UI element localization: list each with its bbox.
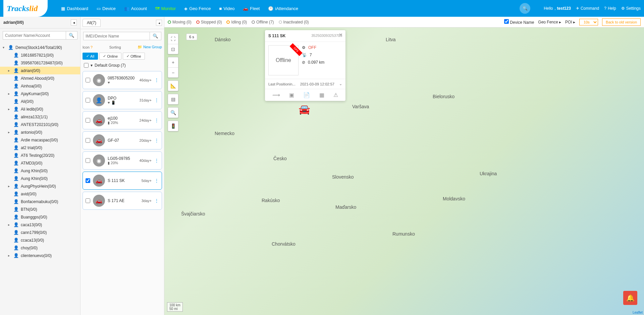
tree-node[interactable]: 👤choy(0/0) [0,244,80,252]
tree-node[interactable]: 👤AT6 Testing(20/20) [0,151,80,159]
geofence-dropdown[interactable]: Geo Fence ▸ [538,20,561,24]
device-menu-button[interactable]: ⋮ [154,198,159,203]
status-idling[interactable]: Idling (0) [226,20,247,24]
tree-node[interactable]: ▸👤AjayKumar(0/0) [0,90,80,98]
device-menu-button[interactable]: ⋮ [154,158,159,163]
popup-close-button[interactable]: ✕ [339,32,343,38]
back-old-version-button[interactable]: Back to old version [602,18,641,26]
group-row[interactable]: ▾ Default Group (7) [80,61,164,70]
tree-node[interactable]: ▸👤adrian(0/0) [0,67,80,74]
device-search-button[interactable]: 🔍 [150,32,161,40]
nav-attendance[interactable]: 🕐iAttendance [268,6,298,11]
popup-fence-button[interactable]: ▦ [319,92,324,98]
nav-account[interactable]: 👥Account [124,6,147,11]
tree-node[interactable]: 👤ANTEST202101(0/0) [0,121,80,128]
device-menu-button[interactable]: ⋮ [154,138,159,143]
tree-node[interactable]: 👤alireza132(1/1) [0,113,80,121]
tree-node[interactable]: ▸👤antonio(0/0) [0,128,80,136]
device-item[interactable]: 🚗 S 171 AE 3day+ ⋮ [83,192,162,210]
tree-node[interactable]: 👤ccaca13(0/0) [0,236,80,244]
nav-geofence[interactable]: ◈Geo Fence [184,6,211,11]
device-checkbox[interactable] [86,198,90,203]
device-checkbox[interactable] [86,158,90,163]
device-checkbox[interactable] [86,178,90,183]
logo[interactable]: Trackslid [3,0,48,17]
device-item[interactable]: 👤 DPO♥ 📱 31day+ ⋮ [83,91,162,109]
popup-position-row[interactable]: Last Positionin... 2021-03-09 12:02:57 ⌄ [265,79,345,89]
popup-route-button[interactable]: ⟿ [272,92,280,98]
customer-search-button[interactable]: 🔍 [66,31,77,40]
filter-offline[interactable]: ✓ Offline [123,53,145,60]
zoom-in-button[interactable]: + [168,57,178,67]
tree-node[interactable]: 👤ATMD3(0/0) [0,159,80,167]
device-item[interactable]: 🚗 GF-07 20day+ ⋮ [83,131,162,149]
tree-node[interactable]: 👤Ali(0/0) [0,98,80,105]
status-moving[interactable]: Moving (0) [168,20,192,24]
device-item[interactable]: ◉ 085763605200♥ 46day+ ⋮ [83,71,162,89]
search-map-button[interactable]: 🔍 [168,108,178,118]
popup-report-button[interactable]: 📄 [303,92,310,98]
tree-node[interactable]: 👤cann1799(0/0) [0,229,80,236]
tree-node[interactable]: ▸👤clientenuevo(0/0) [0,252,80,259]
measure-button[interactable]: 📐 [168,81,178,91]
tree-node[interactable]: 👤avid(0/0) [0,190,80,198]
zoom-out-button[interactable]: − [168,67,178,77]
device-checkbox[interactable] [86,98,90,103]
popup-alert-button[interactable]: ⚠ [333,92,338,98]
fullscreen-button[interactable]: ⛶ [168,34,178,44]
command-link[interactable]: ✈Command [576,6,599,11]
device-checkbox[interactable] [86,78,90,82]
nav-device[interactable]: ▭Device [97,6,116,11]
settings-link[interactable]: ⚙Settings [621,6,641,11]
refresh-select[interactable]: 10s [579,19,598,25]
tree-node[interactable]: 👤Aung Khin(0/0) [0,175,80,182]
device-search-input[interactable] [83,32,150,40]
fit-button[interactable]: ⊡ [168,44,178,54]
alarm-button[interactable]: 🔔 [623,291,637,305]
tree-node[interactable]: 👤BTN(0/0) [0,205,80,213]
filter-all[interactable]: ✓ All [83,53,98,60]
customer-search-input[interactable] [3,31,66,40]
device-name-toggle[interactable]: Device Name [504,19,534,25]
device-checkbox[interactable] [86,118,90,123]
tree-node[interactable]: ▸👤Ali ledib(0/0) [0,105,80,113]
status-inactivated[interactable]: Inactivated (0) [279,20,309,24]
device-item[interactable]: 🚗 ej100▮ 20% 24day+ ⋮ [83,111,162,129]
filter-online[interactable]: ✓ Online [99,53,121,60]
sidebar-collapse-button[interactable]: ◂ [71,19,77,25]
tree-node[interactable]: 👤Ardie macaspac(0/0) [0,136,80,144]
header-search-button[interactable]: 🔍 [520,3,530,14]
traffic-button[interactable]: 🚦 [168,121,178,131]
device-menu-button[interactable]: ⋮ [154,77,159,83]
sorting-link[interactable]: Sorting [109,45,121,49]
device-item[interactable]: ◉ LG05-09785▮ 20% 40day+ ⋮ [83,151,162,170]
device-menu-button[interactable]: ⋮ [154,178,159,183]
tree-node[interactable]: ▸👤caca13(0/0) [0,221,80,229]
poi-dropdown[interactable]: POI ▸ [565,20,575,24]
status-stopped[interactable]: Stopped (0) [196,20,222,24]
tree-node[interactable]: 👤359587081728487(0/0) [0,59,80,67]
tree-node[interactable]: ▾👤Demo(Stock144/Total190) [0,44,80,51]
nav-monitor[interactable]: 🗺Monitor [155,6,176,11]
device-panel-collapse-button[interactable]: ◂ [156,20,162,26]
nav-fleet[interactable]: 🚗Fleet [243,6,260,11]
tree-node[interactable]: 👤Ainhoa(0/0) [0,82,80,90]
device-item[interactable]: 🚗 S 111 SK 5day+ ⋮ [83,172,162,190]
nav-dashboard[interactable]: ▦Dashboard [61,6,88,11]
tree-node[interactable]: 👤18616857821(0/0) [0,51,80,59]
help-link[interactable]: ?Help [604,6,616,11]
tree-node[interactable]: 👤Aung Khin(0/0) [0,167,80,175]
tree-node[interactable]: 👤at2 trial(0/0) [0,144,80,151]
layers-button[interactable]: ▤ [168,94,178,104]
device-menu-button[interactable]: ⋮ [154,98,159,103]
device-tab-all[interactable]: All(7) [83,19,101,27]
popup-terminal-button[interactable]: ▣ [289,92,294,98]
status-offline[interactable]: Offline (7) [252,20,274,24]
vehicle-marker[interactable]: 🚘 [299,104,310,115]
device-checkbox[interactable] [86,138,90,143]
device-menu-button[interactable]: ⋮ [154,118,159,123]
group-checkbox[interactable] [84,63,89,68]
tree-node[interactable]: 👤Bonfacemabuku(0/0) [0,198,80,205]
tree-node[interactable]: 👤Buanggps(0/0) [0,213,80,221]
map-container[interactable]: Moving (0) Stopped (0) Idling (0) Offlin… [164,17,644,315]
